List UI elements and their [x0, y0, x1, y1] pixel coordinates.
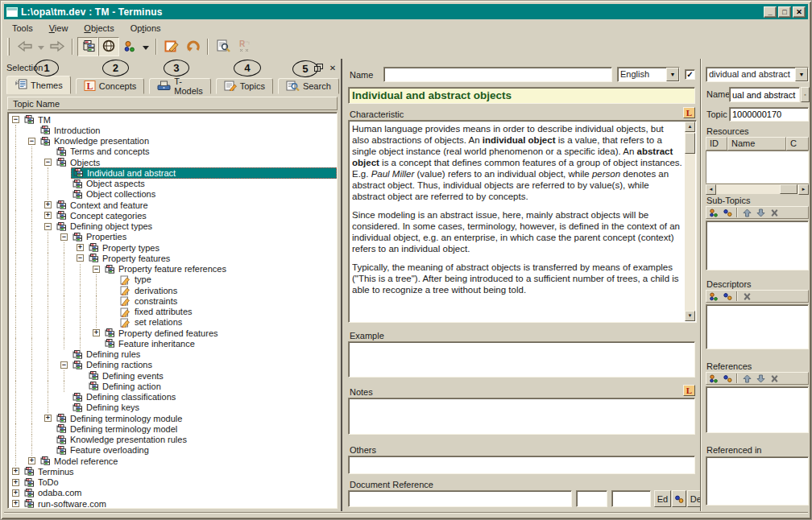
tab-search[interactable]: Search — [278, 78, 339, 94]
back-history-dropdown[interactable] — [35, 37, 47, 56]
tree-item-individual-and-abstract[interactable]: Individual and abstract — [8, 167, 337, 178]
menu-tools[interactable]: Tools — [6, 22, 39, 35]
tree-item-object-aspects[interactable]: Object aspects — [8, 179, 337, 189]
tree-item-body[interactable]: Model reference — [39, 456, 337, 466]
descriptors-list[interactable] — [706, 304, 809, 349]
globe-view-button[interactable] — [98, 37, 119, 56]
resources-table-body[interactable] — [706, 151, 809, 184]
references-list[interactable] — [706, 386, 809, 433]
tree-item-defining-ractions[interactable]: −Defining ractions — [8, 360, 337, 370]
tree-item-body[interactable]: Defining terminology module — [55, 414, 337, 423]
move-down-icon[interactable] — [755, 208, 766, 217]
scroll-down-icon[interactable]: ▼ — [685, 311, 695, 321]
tree-item-properties[interactable]: −Properties — [8, 232, 337, 242]
subtopics-list[interactable] — [706, 221, 809, 270]
document-reference-extra-input[interactable] — [611, 490, 651, 507]
tree-item-body[interactable]: Property features — [87, 254, 337, 263]
tree-item-body[interactable]: Feature inheritance — [103, 339, 337, 349]
tree-item-body[interactable]: constraints — [119, 296, 337, 306]
collapse-icon[interactable]: − — [93, 266, 100, 273]
tree-item-defining-terminology-model[interactable]: Defining terminology model — [8, 423, 337, 434]
scroll-left-icon[interactable]: ◄ — [706, 184, 716, 195]
tree-item-body[interactable]: Terminus — [23, 467, 337, 477]
tree-item-todo[interactable]: +ToDo — [8, 477, 337, 488]
panel-splitter-right[interactable] — [700, 59, 702, 511]
language-variant-button-notes[interactable]: L — [683, 385, 695, 396]
find-button[interactable] — [213, 37, 234, 56]
resources-table-header[interactable]: IDNameC — [706, 137, 809, 151]
link-object-icon[interactable] — [722, 373, 733, 383]
collapse-icon[interactable]: − — [77, 254, 84, 262]
app-icon[interactable] — [6, 7, 18, 17]
tree-item-property-defined-features[interactable]: +Property defined features — [8, 328, 337, 338]
tree-item-defining-terminology-module[interactable]: +Defining terminology module — [8, 413, 337, 423]
objects-button[interactable] — [119, 37, 140, 56]
collapse-icon[interactable]: − — [12, 116, 19, 123]
example-textarea[interactable] — [348, 341, 695, 378]
tree-item-odaba-com[interactable]: +odaba.com — [8, 488, 337, 498]
rename-button[interactable]: R — [234, 37, 255, 56]
tab-t-models[interactable]: T-Models — [149, 78, 210, 94]
menu-objects[interactable]: Objects — [77, 22, 120, 35]
tree-item-property-feature-references[interactable]: −Property feature references — [8, 264, 337, 274]
topic-selector-combo[interactable]: dividual and abstract ▼ — [706, 67, 809, 82]
notes-textarea[interactable] — [348, 398, 695, 435]
expand-icon[interactable]: + — [44, 415, 52, 422]
tree-item-body[interactable]: Concept categories — [55, 211, 337, 221]
close-button[interactable]: ✕ — [793, 6, 806, 18]
tree-column-header[interactable]: Topic Name — [7, 97, 338, 110]
tree-item-model-reference[interactable]: +Model reference — [8, 456, 337, 466]
tree-item-defining-events[interactable]: Defining events — [8, 370, 337, 381]
tree-item-terms-and-concepts[interactable]: Terms and concepts — [8, 147, 337, 157]
tree-item-body[interactable]: Introduction — [39, 126, 337, 135]
edit-reference-button[interactable]: Ed — [654, 490, 671, 507]
collapse-icon[interactable]: − — [28, 138, 35, 145]
tree-item-body[interactable]: Property defined features — [103, 328, 337, 338]
tree-item-constraints[interactable]: constraints — [8, 295, 337, 306]
close-panel-icon[interactable]: ✕ — [327, 63, 338, 73]
tree-item-body[interactable]: Defining rules — [71, 349, 337, 359]
document-reference-page-input[interactable] — [576, 490, 607, 507]
collapse-icon[interactable]: − — [44, 223, 52, 230]
language-checkbox[interactable]: ✓ — [685, 69, 695, 80]
tree-item-set-relations[interactable]: set relations — [8, 317, 337, 328]
expand-icon[interactable]: + — [12, 489, 19, 497]
document-reference-input[interactable] — [348, 490, 572, 507]
scroll-up-icon[interactable]: ▲ — [685, 122, 695, 132]
tree-item-body[interactable]: Object collections — [71, 189, 337, 199]
tab-concepts[interactable]: LConcepts — [76, 78, 144, 94]
scrollbar-thumb[interactable] — [780, 184, 798, 194]
language-combo[interactable]: English ▼ — [617, 67, 680, 82]
tree-item-body[interactable]: ToDo — [23, 477, 337, 487]
tree-item-property-types[interactable]: +Property types — [8, 242, 337, 253]
tree-item-body[interactable]: Defining terminology model — [55, 424, 337, 434]
tree-item-derivations[interactable]: derivations — [8, 285, 337, 295]
tree-item-body[interactable]: Property types — [87, 243, 337, 253]
tab-themes[interactable]: Themes — [6, 76, 71, 94]
title-bar[interactable]: L:\opa\tm.dev : TM - Terminus _ □ ✕ — [4, 4, 808, 19]
tree-item-body[interactable]: Defining keys — [71, 402, 337, 412]
tree-item-context-and-feature[interactable]: +Context and feature — [8, 200, 337, 210]
tree-item-knowledge-presentation[interactable]: −Knowledge presentation — [8, 136, 337, 147]
tree-item-body[interactable]: Defining events — [87, 371, 337, 381]
resources-column-id[interactable]: ID — [706, 137, 727, 151]
undo-button[interactable] — [182, 37, 203, 56]
tree-item-body[interactable]: Terms and concepts — [55, 147, 337, 156]
expand-icon[interactable]: + — [93, 329, 100, 336]
tab-topics[interactable]: Topics — [216, 78, 273, 94]
tree-item-defining-keys[interactable]: Defining keys — [8, 402, 337, 413]
expand-icon[interactable]: + — [44, 201, 52, 208]
language-variant-button-characteristic[interactable]: L — [683, 107, 695, 118]
tree-item-body[interactable]: Objects — [55, 158, 337, 167]
delete-icon[interactable] — [768, 373, 780, 383]
right-name-input[interactable] — [729, 87, 800, 102]
link-reference-button[interactable] — [672, 490, 686, 507]
tree-item-tm[interactable]: −TM — [8, 114, 337, 125]
resources-hscrollbar[interactable]: ◄ ► — [706, 184, 809, 194]
tree-view-button[interactable] — [77, 37, 98, 56]
delete-icon[interactable] — [741, 291, 752, 301]
tree-item-terminus[interactable]: +Terminus — [8, 466, 337, 477]
tree-item-concept-categories[interactable]: +Concept categories — [8, 210, 337, 221]
tree-item-body[interactable]: run-software.com — [23, 499, 337, 509]
link-object-icon[interactable] — [722, 208, 733, 217]
